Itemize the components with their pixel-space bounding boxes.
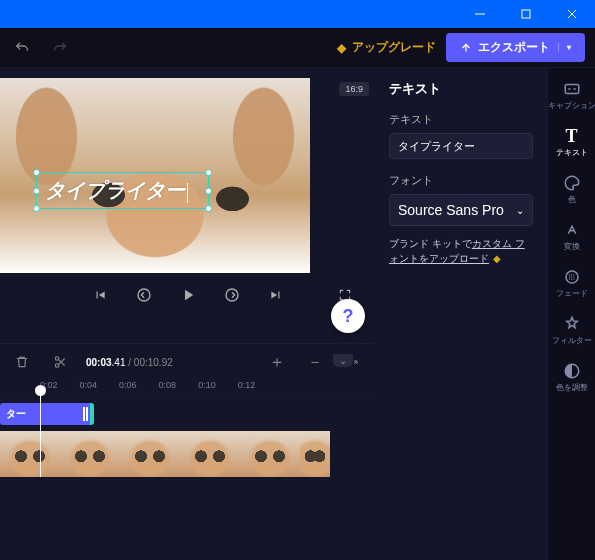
resize-handle[interactable] [205, 187, 212, 194]
playhead[interactable] [40, 395, 41, 477]
caption-icon [563, 80, 581, 98]
svg-rect-8 [565, 85, 579, 94]
export-label: エクスポート [478, 39, 550, 56]
timeline-tracks[interactable]: ター [0, 395, 375, 477]
zoom-out-icon[interactable]: － [303, 350, 327, 374]
clip-thumbnail [180, 431, 240, 477]
undo-icon[interactable] [10, 36, 34, 60]
top-toolbar: ◆ アップグレード エクスポート ▾ [0, 28, 595, 68]
upload-icon [460, 42, 472, 54]
zoom-in-icon[interactable]: ＋ [265, 350, 289, 374]
ruler-tick: 0:12 [238, 380, 256, 390]
font-field-label: フォント [389, 173, 533, 188]
step-forward-icon[interactable] [220, 283, 244, 307]
upgrade-label: アップグレード [352, 39, 436, 56]
font-select[interactable]: Source Sans Pro ⌄ [389, 194, 533, 226]
transform-icon [563, 221, 581, 239]
redo-icon[interactable] [48, 36, 72, 60]
brand-kit-hint: ブランド キットでカスタム フォントをアップロード◆ [389, 236, 533, 266]
svg-point-7 [55, 364, 59, 368]
clip-thumbnail [60, 431, 120, 477]
window-maximize-button[interactable] [503, 0, 549, 28]
text-overlay-box[interactable]: タイプライター [36, 172, 209, 209]
export-button[interactable]: エクスポート ▾ [446, 33, 585, 62]
chevron-down-icon: ⌄ [516, 205, 524, 216]
text-clip[interactable]: ター [0, 403, 94, 425]
overlay-text: タイプライター [45, 179, 185, 201]
resize-handle[interactable] [205, 205, 212, 212]
chevron-down-icon: ▾ [558, 43, 571, 52]
diamond-icon: ◆ [337, 41, 346, 55]
help-button[interactable]: ? [331, 299, 365, 333]
svg-point-6 [55, 357, 59, 361]
ruler-tick: 0:04 [80, 380, 98, 390]
ruler-tick: 0:10 [198, 380, 216, 390]
sidebar-item-text[interactable]: T テキスト [548, 121, 596, 164]
editor-main: 16:9 タイプライター ? ⌄ [0, 68, 375, 560]
text-content-input[interactable] [389, 133, 533, 159]
playback-controls: ? [0, 273, 375, 317]
clip-thumbnail [300, 431, 330, 477]
resize-handle[interactable] [33, 205, 40, 212]
sidebar-item-fade[interactable]: フェード [548, 262, 596, 305]
timecode-display: 00:03.41 / 00:10.92 [86, 357, 173, 368]
filter-icon [563, 315, 581, 333]
palette-icon [563, 174, 581, 192]
svg-point-5 [226, 289, 238, 301]
sidebar-item-caption[interactable]: キャプション [548, 74, 596, 117]
resize-handle[interactable] [205, 169, 212, 176]
play-button[interactable] [176, 283, 200, 307]
video-preview[interactable]: タイプライター [0, 78, 310, 273]
upgrade-button[interactable]: ◆ アップグレード [337, 39, 436, 56]
timeline-ruler[interactable]: 0:02 0:04 0:06 0:08 0:10 0:12 [0, 380, 375, 395]
clip-thumbnail [120, 431, 180, 477]
video-track[interactable] [0, 431, 375, 477]
right-sidebar: キャプション T テキスト 色 変換 フェード フィルター 色を調整 [547, 68, 595, 560]
clip-thumbnail [0, 431, 60, 477]
sidebar-item-filter[interactable]: フィルター [548, 309, 596, 352]
diamond-icon: ◆ [493, 253, 501, 264]
step-back-icon[interactable] [132, 283, 156, 307]
resize-handle[interactable] [33, 169, 40, 176]
timeline-toolbar: 00:03.41 / 00:10.92 ＋ － [0, 343, 375, 380]
sidebar-item-adjust[interactable]: 色を調整 [548, 356, 596, 399]
adjust-icon [563, 362, 581, 380]
skip-end-icon[interactable] [264, 283, 288, 307]
sidebar-item-color[interactable]: 色 [548, 168, 596, 211]
panel-title: テキスト [389, 80, 533, 98]
window-titlebar [0, 0, 595, 28]
ruler-tick: 0:06 [119, 380, 137, 390]
window-minimize-button[interactable] [457, 0, 503, 28]
svg-point-4 [138, 289, 150, 301]
properties-panel: テキスト テキスト フォント Source Sans Pro ⌄ ブランド キッ… [375, 68, 547, 560]
resize-handle[interactable] [33, 187, 40, 194]
sidebar-item-transform[interactable]: 変換 [548, 215, 596, 258]
window-close-button[interactable] [549, 0, 595, 28]
svg-rect-1 [522, 10, 530, 18]
skip-start-icon[interactable] [88, 283, 112, 307]
text-icon: T [563, 127, 581, 145]
split-icon[interactable] [48, 350, 72, 374]
ruler-tick: 0:08 [159, 380, 177, 390]
aspect-ratio-badge[interactable]: 16:9 [339, 82, 369, 96]
collapse-icon[interactable]: ⌄ [333, 354, 353, 367]
delete-icon[interactable] [10, 350, 34, 374]
text-field-label: テキスト [389, 112, 533, 127]
clip-thumbnail [240, 431, 300, 477]
fade-icon [563, 268, 581, 286]
